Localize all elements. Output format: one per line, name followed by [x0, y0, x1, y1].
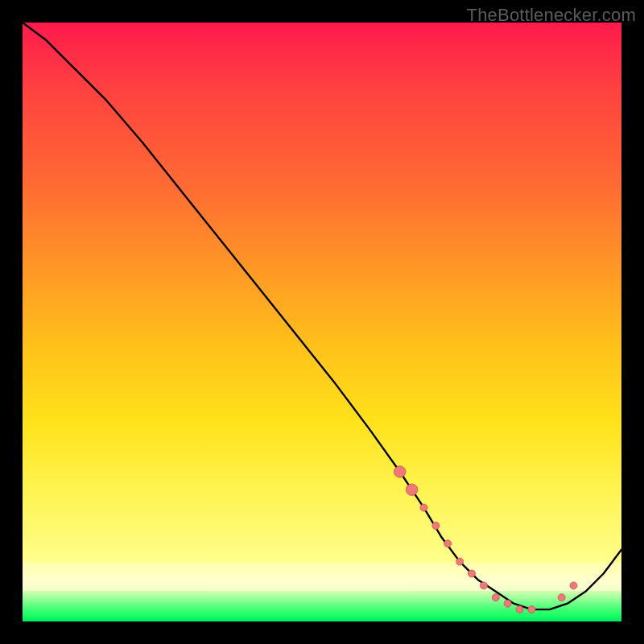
marker-point: [558, 594, 565, 601]
plot-area: [23, 23, 621, 621]
marker-point: [406, 484, 417, 495]
marker-point: [420, 504, 427, 511]
marker-group: [394, 466, 578, 613]
marker-point: [528, 606, 535, 613]
marker-point: [516, 606, 523, 613]
marker-point: [492, 594, 499, 601]
bottleneck-curve: [23, 23, 621, 609]
marker-point: [504, 600, 511, 607]
chart-svg: [23, 23, 621, 621]
marker-point: [469, 570, 476, 577]
marker-point: [432, 522, 440, 530]
marker-point: [570, 582, 577, 589]
marker-point: [480, 582, 487, 589]
marker-point: [394, 466, 406, 477]
marker-point: [444, 540, 452, 547]
chart-frame: TheBottlenecker.com: [0, 0, 644, 644]
marker-point: [456, 558, 464, 565]
